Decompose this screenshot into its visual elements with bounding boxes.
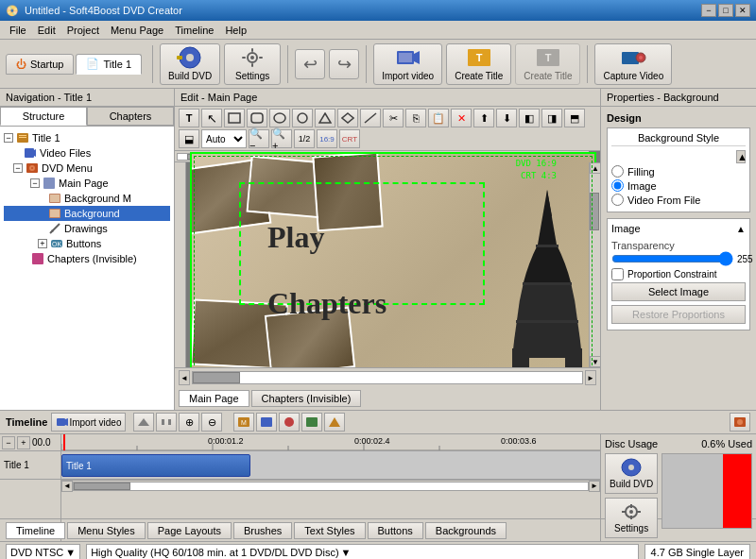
tree-item-video-files[interactable]: Video Files — [4, 145, 170, 161]
tool-delete[interactable]: ✕ — [451, 109, 472, 127]
tl-btn3[interactable]: ⊕ — [179, 413, 199, 432]
settings-button[interactable]: Settings — [224, 43, 281, 85]
tl-btn1[interactable] — [133, 413, 154, 432]
build-dvd-button[interactable]: Build DVD — [160, 43, 220, 85]
import-video-button[interactable]: Import video — [373, 43, 442, 85]
scroll-left-btn[interactable]: ◄ — [179, 370, 190, 385]
tl-scroll-thumb[interactable] — [74, 483, 130, 490]
radio-video-input[interactable] — [611, 194, 624, 206]
tl-scroll-left[interactable]: ◄ — [61, 481, 73, 492]
tool-rect[interactable] — [224, 109, 245, 127]
tl-scroll-track[interactable] — [73, 482, 589, 491]
zoom-out-btn[interactable]: 🔍− — [249, 129, 269, 148]
tree-item-drawings[interactable]: Drawings — [4, 221, 170, 236]
scroll-right-btn[interactable]: ► — [585, 370, 596, 385]
zoom-plus[interactable]: + — [17, 436, 30, 449]
timeline-import-btn[interactable]: Import video — [51, 413, 126, 432]
tool-align-top[interactable]: ⬒ — [564, 109, 585, 127]
menu-edit[interactable]: Edit — [32, 23, 61, 38]
expand-title1[interactable]: − — [4, 133, 13, 143]
menu-timeline[interactable]: Timeline — [169, 23, 219, 38]
timeline-scrollbar[interactable]: ◄ ► — [61, 480, 600, 491]
menu-help[interactable]: Help — [219, 23, 252, 38]
bottom-tab-buttons[interactable]: Buttons — [368, 522, 423, 539]
bottom-tab-text-styles[interactable]: Text Styles — [294, 522, 365, 539]
tool-cut[interactable]: ✂ — [383, 109, 404, 127]
tool-bring-front[interactable]: ⬆ — [473, 109, 494, 127]
bottom-tab-page-layouts[interactable]: Page Layouts — [147, 522, 232, 539]
disc-build-btn[interactable]: Build DVD — [605, 453, 658, 494]
radio-filling[interactable]: Filling — [611, 165, 746, 178]
zoom-select[interactable]: Auto 50% 100% — [201, 129, 247, 148]
timeline-block-title1[interactable]: Title 1 — [61, 454, 250, 477]
create-title-button[interactable]: T Create Title — [446, 43, 511, 85]
proportion-checkbox[interactable] — [611, 268, 624, 280]
tree-item-buttons[interactable]: + OK Buttons — [4, 236, 170, 251]
tl-icon2[interactable] — [256, 413, 277, 432]
capture-video-button[interactable]: Capture Video — [594, 43, 672, 85]
bottom-tab-brushes[interactable]: Brushes — [233, 522, 292, 539]
tl-icon5[interactable] — [324, 413, 345, 432]
expand-buttons[interactable]: + — [38, 239, 47, 248]
tab-startup[interactable]: ⏻ Startup — [6, 54, 74, 75]
zoom-in-btn[interactable]: 🔍+ — [271, 129, 292, 148]
expand-main-page[interactable]: − — [30, 178, 40, 188]
tool-cursor[interactable]: ↖ — [201, 109, 222, 127]
tl-icon3[interactable] — [279, 413, 300, 432]
tree-item-title1[interactable]: − Title 1 — [4, 130, 170, 145]
tool-triangle[interactable] — [315, 109, 335, 127]
tree-item-chapters-inv[interactable]: Chapters (Invisible) — [4, 251, 170, 266]
undo-button[interactable]: ↩ — [295, 49, 325, 79]
tree-item-main-page[interactable]: − Main Page — [4, 176, 170, 191]
tl-scroll-right[interactable]: ► — [589, 481, 600, 492]
maximize-button[interactable]: □ — [718, 4, 733, 17]
canvas-tab-main[interactable]: Main Page — [179, 390, 249, 407]
h-scrollbar[interactable] — [192, 371, 583, 384]
view-btn3[interactable]: CRT — [339, 129, 360, 148]
tl-icon4[interactable] — [301, 413, 322, 432]
tl-right-btn1[interactable] — [730, 413, 750, 432]
tree-item-background-m[interactable]: Background M — [4, 191, 170, 206]
radio-image-input[interactable] — [611, 179, 624, 192]
tab-title1[interactable]: 📄 Title 1 — [76, 54, 142, 75]
tree-item-background[interactable]: Background — [4, 206, 170, 221]
expand-dvd-menu[interactable]: − — [13, 163, 23, 173]
tool-text[interactable]: T — [179, 109, 199, 127]
tool-diamond[interactable] — [337, 109, 358, 127]
radio-image[interactable]: Image — [611, 179, 746, 192]
zoom-minus[interactable]: − — [2, 436, 15, 449]
tool-align-left[interactable]: ◧ — [519, 109, 540, 127]
tool-paste[interactable]: 📋 — [428, 109, 449, 127]
image-section-scroll[interactable]: ▲ — [736, 224, 746, 234]
tool-align-right[interactable]: ◨ — [541, 109, 562, 127]
tool-line[interactable] — [360, 109, 381, 127]
tl-icon1[interactable]: M — [233, 413, 254, 432]
view-btn1[interactable]: 1/2 — [294, 129, 315, 148]
redo-button[interactable]: ↪ — [329, 49, 359, 79]
close-button[interactable]: ✕ — [735, 4, 750, 17]
nav-tab-structure[interactable]: Structure — [0, 107, 87, 126]
tl-btn4[interactable]: ⊖ — [201, 413, 222, 432]
tree-item-dvd-menu[interactable]: − DVD Menu — [4, 161, 170, 176]
minimize-button[interactable]: − — [701, 4, 716, 17]
bg-style-scrollup[interactable]: ▲ — [736, 150, 746, 163]
canvas-tab-chapters[interactable]: Chapters (Invisible) — [251, 390, 362, 407]
restore-proportions-button[interactable]: Restore Proportions — [611, 305, 746, 324]
radio-filling-input[interactable] — [611, 165, 624, 178]
bottom-tab-timeline[interactable]: Timeline — [6, 522, 65, 539]
tool-copy[interactable]: ⎘ — [405, 109, 426, 127]
format-dropdown[interactable]: DVD NTSC ▼ — [6, 544, 80, 560]
radio-video[interactable]: Video From File — [611, 194, 746, 206]
disc-settings-btn[interactable]: Settings — [605, 498, 658, 538]
tool-align-bottom[interactable]: ⬓ — [179, 129, 199, 148]
menu-menupage[interactable]: Menu Page — [105, 23, 169, 38]
bottom-tab-menu-styles[interactable]: Menu Styles — [67, 522, 146, 539]
tool-send-back[interactable]: ⬇ — [496, 109, 517, 127]
create-title2-button[interactable]: T Create Title — [515, 43, 580, 85]
select-image-button[interactable]: Select Image — [611, 282, 746, 301]
transparency-slider[interactable] — [611, 253, 733, 264]
view-btn2[interactable]: 16:9 — [317, 129, 337, 148]
tool-ellipse[interactable] — [269, 109, 290, 127]
canvas-vscroll[interactable] — [175, 162, 186, 367]
tl-btn2[interactable] — [156, 413, 177, 432]
